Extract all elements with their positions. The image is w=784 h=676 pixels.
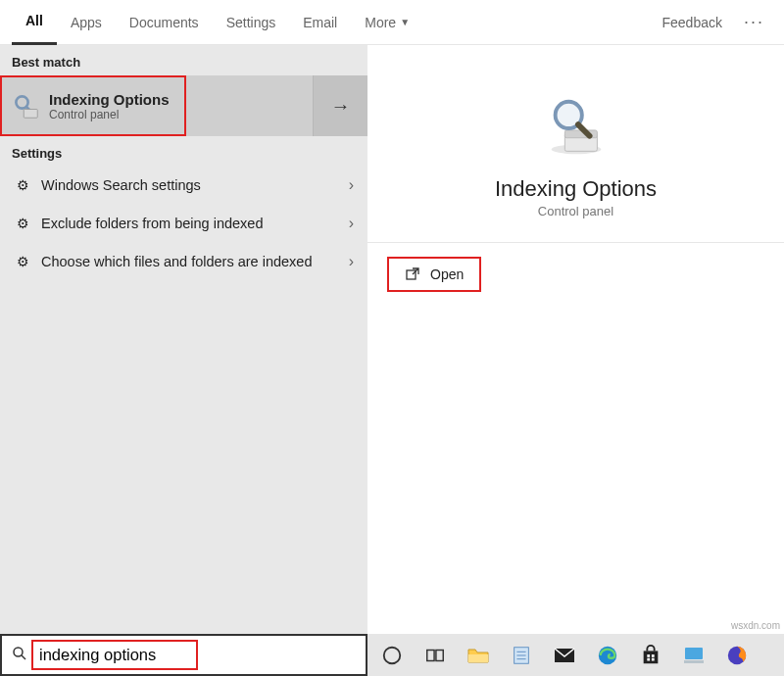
more-menu-icon[interactable]: ··· <box>736 12 772 32</box>
cortana-circle-icon[interactable] <box>379 643 405 668</box>
svg-rect-21 <box>644 651 659 663</box>
setting-choose-files[interactable]: ⚙ Choose which files and folders are ind… <box>4 243 364 281</box>
svg-line-10 <box>22 655 25 659</box>
preview-title: Indexing Options <box>495 176 657 202</box>
best-match-subtitle: Control panel <box>49 108 170 121</box>
tab-all[interactable]: All <box>12 0 57 45</box>
gear-icon: ⚙ <box>14 216 31 231</box>
svg-rect-25 <box>652 657 655 660</box>
preview-panel: Indexing Options Control panel Open <box>368 45 784 634</box>
task-view-icon[interactable] <box>422 643 448 668</box>
search-input[interactable] <box>31 640 198 670</box>
svg-rect-12 <box>427 650 434 660</box>
magnifier-folder-icon <box>12 92 39 120</box>
best-match-title: Indexing Options <box>49 91 170 108</box>
svg-rect-24 <box>647 657 650 660</box>
settings-header: Settings <box>0 136 368 167</box>
open-label: Open <box>430 266 464 282</box>
chevron-right-icon: › <box>349 215 354 232</box>
firefox-icon[interactable] <box>724 643 750 668</box>
tab-documents[interactable]: Documents <box>116 0 213 45</box>
svg-rect-2 <box>24 110 37 119</box>
gear-icon: ⚙ <box>14 177 31 193</box>
chevron-down-icon: ▼ <box>400 17 410 27</box>
open-button[interactable]: Open <box>387 257 481 292</box>
divider <box>368 242 784 243</box>
svg-point-9 <box>14 648 23 656</box>
feedback-link[interactable]: Feedback <box>649 15 736 30</box>
best-match-result[interactable]: Indexing Options Control panel → <box>0 75 368 136</box>
setting-exclude-folders[interactable]: ⚙ Exclude folders from being indexed › <box>4 205 364 243</box>
chevron-right-icon: › <box>349 176 354 194</box>
edge-icon[interactable] <box>595 643 620 668</box>
filter-tabs: All Apps Documents Settings Email More▼ … <box>0 0 784 45</box>
svg-rect-26 <box>685 648 703 659</box>
svg-rect-23 <box>652 654 655 657</box>
surface-icon[interactable] <box>681 643 707 668</box>
svg-point-11 <box>384 647 401 663</box>
setting-label: Exclude folders from being indexed <box>41 215 354 233</box>
svg-rect-27 <box>684 660 704 663</box>
best-match-header: Best match <box>0 45 368 75</box>
svg-rect-8 <box>407 270 416 279</box>
magnifier-folder-icon <box>542 94 611 163</box>
search-icon <box>10 646 29 664</box>
svg-rect-14 <box>468 654 488 662</box>
setting-label: Windows Search settings <box>41 176 354 195</box>
mail-icon[interactable] <box>552 643 577 668</box>
svg-point-0 <box>16 96 27 108</box>
results-panel: Best match Indexing Options Control pane… <box>0 45 368 634</box>
watermark: wsxdn.com <box>727 618 784 633</box>
setting-windows-search[interactable]: ⚙ Windows Search settings › <box>4 167 364 205</box>
taskbar <box>368 634 784 676</box>
tab-settings[interactable]: Settings <box>213 0 290 45</box>
expand-arrow-icon[interactable]: → <box>313 75 368 136</box>
gear-icon: ⚙ <box>14 254 31 269</box>
notepad-icon[interactable] <box>509 643 534 668</box>
tab-apps[interactable]: Apps <box>57 0 116 45</box>
chevron-right-icon: › <box>349 253 354 270</box>
file-explorer-icon[interactable] <box>466 643 491 668</box>
preview-subtitle: Control panel <box>538 204 613 218</box>
tab-email[interactable]: Email <box>289 0 351 45</box>
search-box[interactable] <box>0 634 368 676</box>
svg-rect-13 <box>436 650 443 660</box>
svg-rect-22 <box>647 654 650 657</box>
setting-label: Choose which files and folders are index… <box>41 253 354 271</box>
open-icon <box>405 266 420 282</box>
tab-more[interactable]: More▼ <box>351 0 423 45</box>
store-icon[interactable] <box>638 643 663 668</box>
